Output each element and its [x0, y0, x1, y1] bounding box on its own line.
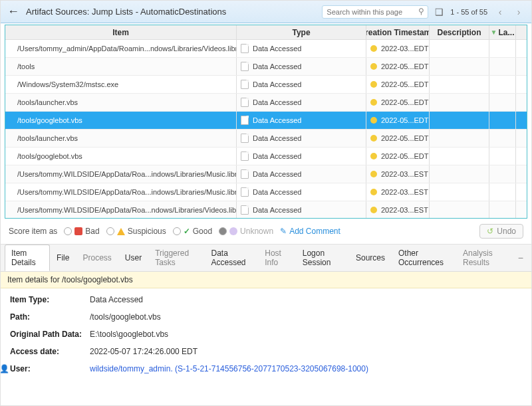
document-icon	[241, 205, 249, 215]
row-item-path: /Users/tommy.WILDSIDE/AppData/Roa...indo…	[5, 165, 237, 183]
row-last	[489, 76, 516, 93]
bad-icon	[74, 227, 82, 235]
row-item-path: /tools/googlebot.vbs	[5, 112, 237, 129]
table-row[interactable]: /tools/launcher.vbsData Accessed2022-05.…	[5, 130, 527, 148]
user-icon: 👤	[0, 364, 7, 373]
row-timestamp: 2022-05...EDT	[366, 94, 430, 111]
document-icon	[241, 187, 249, 197]
tab-data-accessed[interactable]: Data Accessed	[204, 245, 258, 271]
row-timestamp: 2022-05...EDT	[366, 130, 430, 147]
back-arrow-icon[interactable]: ←	[7, 5, 19, 19]
radio-icon	[173, 227, 181, 235]
column-header-item[interactable]: Item	[5, 25, 237, 39]
next-page-icon[interactable]: ›	[513, 6, 525, 18]
original-path-value: E:\tools\googlebot.vbs	[90, 330, 168, 339]
row-type: Data Accessed	[237, 130, 366, 147]
tab-user[interactable]: User	[118, 249, 148, 266]
status-dot-icon	[370, 207, 377, 213]
column-header-last[interactable]: ▼La...	[489, 25, 516, 39]
row-timestamp: 2022-05...EDT	[366, 58, 430, 75]
tab-file[interactable]: File	[50, 249, 76, 266]
prev-page-icon[interactable]: ‹	[494, 6, 506, 18]
row-description	[430, 148, 489, 165]
tab-triggered-tasks: Triggered Tasks	[148, 245, 204, 271]
score-bar: Score item as Bad Suspicious ✓Good Unkno…	[1, 219, 531, 245]
original-path-label: Original Path Data:	[10, 330, 90, 339]
table-row[interactable]: /toolsData Accessed2022-05...EDT	[5, 58, 527, 76]
status-dot-icon	[370, 135, 377, 142]
row-item-path: /Users/tommy_admin/AppData/Roamin...ndow…	[5, 40, 237, 57]
table-row[interactable]: ✓/Windows/System32/mstsc.exeData Accesse…	[5, 76, 527, 94]
table-row[interactable]: /Users/tommy.WILDSIDE/AppData/Roa...indo…	[5, 183, 527, 201]
score-bad[interactable]: Bad	[64, 227, 99, 236]
tab-process: Process	[76, 249, 118, 266]
page-count: 1 - 55 of 55	[450, 8, 487, 16]
page-title: Artifact Sources: Jump Lists - Automatic…	[26, 7, 315, 17]
column-header-description[interactable]: Description	[430, 25, 489, 39]
score-good[interactable]: ✓Good	[173, 227, 212, 236]
path-value: /tools/googlebot.vbs	[90, 312, 161, 322]
search-icon[interactable]: ⚲	[418, 7, 424, 16]
document-icon	[241, 98, 249, 107]
row-timestamp: 2022-05...EDT	[366, 76, 430, 93]
item-type-label: Item Type:	[10, 295, 90, 304]
row-type: Data Accessed	[237, 148, 366, 165]
row-item-path: /tools	[5, 58, 237, 75]
copy-icon[interactable]: ❑	[435, 7, 444, 17]
add-comment-link[interactable]: ✎Add Comment	[280, 227, 340, 236]
row-item-path: ✓/Windows/System32/mstsc.exe	[5, 76, 237, 93]
tabs-bar: Item DetailsFileProcessUserTriggered Tas…	[1, 245, 531, 272]
row-timestamp: 2022-05...EDT	[366, 112, 430, 129]
row-description	[430, 112, 489, 129]
row-timestamp: 2022-03...EDT	[366, 40, 430, 57]
access-date-label: Access date:	[10, 347, 90, 356]
document-icon	[241, 169, 249, 179]
table-row[interactable]: /tools/launcher.vbsData Accessed2022-05.…	[5, 94, 527, 112]
table-row[interactable]: /Users/tommy.WILDSIDE/AppData/Roa...indo…	[5, 165, 527, 183]
table-row[interactable]: /Users/tommy_admin/AppData/Roamin...ndow…	[5, 40, 527, 58]
status-dot-icon	[370, 63, 377, 70]
radio-icon	[106, 227, 114, 235]
table-row[interactable]: /Users/tommy.WILDSIDE/AppData/Roa...ndow…	[5, 201, 527, 218]
column-header-type[interactable]: Type	[237, 25, 366, 39]
radio-icon	[219, 227, 227, 235]
score-unknown[interactable]: Unknown	[219, 227, 273, 236]
row-type: Data Accessed	[237, 76, 366, 93]
row-type: Data Accessed	[237, 165, 366, 183]
row-last	[489, 201, 516, 218]
score-suspicious[interactable]: Suspicious	[106, 227, 166, 236]
table-row[interactable]: /tools/googlebot.vbsData Accessed2022-05…	[5, 148, 527, 165]
row-description	[430, 40, 489, 57]
row-description	[430, 183, 489, 201]
user-link[interactable]: wildside/tommy_admin. (S-1-5-21-71455675…	[90, 364, 368, 373]
row-last	[489, 148, 516, 165]
undo-button[interactable]: ↺Undo	[479, 224, 523, 239]
row-item-path: /Users/tommy.WILDSIDE/AppData/Roa...ndow…	[5, 201, 237, 218]
table-row[interactable]: /tools/googlebot.vbsData Accessed2022-05…	[5, 112, 527, 130]
row-description	[430, 76, 489, 93]
search-input[interactable]	[322, 5, 428, 19]
unknown-icon	[229, 227, 237, 235]
tab-other-occurrences[interactable]: Other Occurrences	[392, 245, 456, 271]
row-last	[489, 130, 516, 147]
collapse-icon[interactable]: −	[514, 253, 527, 263]
row-type: Data Accessed	[237, 183, 366, 201]
row-type: Data Accessed	[237, 201, 366, 218]
status-dot-icon	[370, 117, 377, 124]
row-timestamp: 2022-03...EST	[366, 165, 430, 183]
document-icon	[241, 152, 249, 161]
sort-icon: ▼	[491, 29, 497, 36]
score-label: Score item as	[9, 227, 57, 236]
grid-body[interactable]: /Users/tommy_admin/AppData/Roamin...ndow…	[5, 40, 527, 218]
status-dot-icon	[370, 45, 377, 52]
good-icon: ✓	[184, 227, 190, 236]
item-type-value: Data Accessed	[90, 295, 143, 304]
status-dot-icon	[370, 99, 377, 106]
tab-item-details[interactable]: Item Details	[5, 245, 50, 271]
tab-logon-session[interactable]: Logon Session	[296, 245, 349, 271]
tab-sources[interactable]: Sources	[349, 249, 392, 266]
row-type: Data Accessed	[237, 94, 366, 111]
column-header-timestamp[interactable]: Creation Timestamp	[366, 25, 430, 39]
status-dot-icon	[370, 81, 377, 88]
status-dot-icon	[370, 171, 377, 177]
